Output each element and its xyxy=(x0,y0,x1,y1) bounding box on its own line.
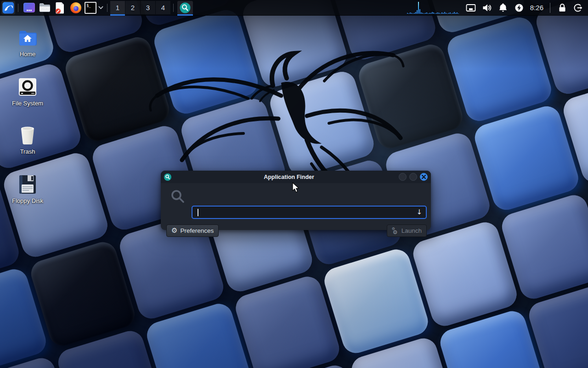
launch-icon: ⚙⚙ xyxy=(392,227,399,235)
workspace-3[interactable]: 3 xyxy=(141,1,155,14)
workspace-1[interactable]: 1 xyxy=(110,1,125,14)
top-panel: $_ 1 2 3 4 xyxy=(0,0,588,16)
cpu-bar xyxy=(441,12,442,14)
floppy-disk-icon xyxy=(18,173,37,196)
firefox-icon xyxy=(70,2,81,13)
kali-logo-icon xyxy=(2,2,14,14)
desktop-icon-label: File System xyxy=(12,100,43,107)
cpu-bar xyxy=(455,13,456,14)
cpu-bar xyxy=(411,13,412,14)
cpu-bar xyxy=(454,12,455,14)
panel-separator xyxy=(173,4,174,12)
cpu-bar xyxy=(410,12,411,14)
panel-separator xyxy=(18,4,18,12)
desktop-launcher[interactable] xyxy=(21,1,37,14)
log-out-icon xyxy=(573,3,583,12)
cpu-bar xyxy=(426,12,427,14)
desktop-icon-file-system[interactable]: File System xyxy=(5,76,51,107)
window-appfinder-icon xyxy=(164,173,171,181)
desktop-icon-floppy-disk[interactable]: Floppy Disk xyxy=(5,173,51,204)
close-icon xyxy=(422,175,426,179)
power-manager-tray-icon[interactable] xyxy=(511,1,527,14)
notifications-tray-icon[interactable] xyxy=(495,1,511,14)
application-finder-window: Application Finder ↓ xyxy=(161,171,431,230)
trash-bin-icon xyxy=(18,124,37,146)
dropdown-arrow-icon[interactable]: ↓ xyxy=(416,208,422,216)
lock-icon xyxy=(558,3,567,12)
kali-menu-button[interactable] xyxy=(1,1,15,14)
cpu-bar xyxy=(444,12,445,14)
battery-power-icon xyxy=(514,3,524,12)
terminal-icon: $_ xyxy=(85,2,96,14)
cpu-bar xyxy=(429,13,430,14)
workspace-2[interactable]: 2 xyxy=(125,1,140,14)
panel-separator xyxy=(107,4,107,12)
cpu-bar xyxy=(428,13,429,14)
mouse-cursor xyxy=(291,182,300,193)
cpu-bar xyxy=(452,13,453,14)
cpu-bar xyxy=(437,12,438,14)
desktop-icon xyxy=(23,3,35,12)
cpu-bar xyxy=(433,12,434,14)
cpu-bar xyxy=(421,12,422,14)
cpu-bar xyxy=(450,12,451,14)
cpu-bar xyxy=(413,13,413,14)
home-folder-icon xyxy=(18,27,37,49)
launch-label: Launch xyxy=(401,227,422,234)
workspace-number: 4 xyxy=(161,4,165,12)
cpu-bar xyxy=(419,9,420,14)
desktop-icon-home[interactable]: Home xyxy=(5,27,51,58)
hard-drive-icon xyxy=(18,76,37,98)
cpu-bar xyxy=(448,13,449,14)
search-input[interactable]: ↓ xyxy=(192,206,427,219)
cpu-bar xyxy=(439,13,440,14)
text-editor-launcher[interactable] xyxy=(52,1,68,14)
cpu-bar xyxy=(432,12,433,14)
volume-tray-icon[interactable] xyxy=(479,1,495,14)
maximize-button[interactable] xyxy=(409,173,417,181)
text-editor-icon xyxy=(55,2,66,14)
lock-screen-button[interactable] xyxy=(554,1,570,14)
workspace-4[interactable]: 4 xyxy=(156,1,170,14)
cpu-bar xyxy=(447,13,448,14)
titlebar[interactable]: Application Finder xyxy=(161,171,431,183)
kali-desktop: Home File System xyxy=(0,0,588,368)
cpu-graph[interactable] xyxy=(407,1,461,14)
terminal-launcher[interactable]: $_ xyxy=(84,1,97,14)
firefox-launcher[interactable] xyxy=(68,1,84,14)
chevron-down-icon xyxy=(98,6,103,10)
cpu-bar xyxy=(446,13,447,14)
logout-button[interactable] xyxy=(570,1,586,14)
appfinder-task-button[interactable] xyxy=(177,1,193,14)
close-button[interactable] xyxy=(420,173,428,181)
cpu-bar xyxy=(436,13,437,14)
minimize-button[interactable] xyxy=(399,173,407,181)
cpu-bar xyxy=(407,13,408,14)
launch-button[interactable]: ⚙⚙ Launch xyxy=(387,224,427,237)
cpu-bar xyxy=(417,10,418,14)
folder-icon xyxy=(39,3,51,12)
file-manager-launcher[interactable] xyxy=(37,1,52,14)
desktop-icon-trash[interactable]: Trash xyxy=(5,124,51,155)
cpu-bar xyxy=(425,13,426,14)
window-title: Application Finder xyxy=(188,174,390,180)
terminal-launcher-menu-arrow[interactable] xyxy=(97,1,104,14)
cpu-bar xyxy=(440,13,441,14)
clock[interactable]: 8:26 xyxy=(527,4,546,12)
bell-icon xyxy=(498,3,508,12)
panel-separator xyxy=(550,3,550,13)
text-caret xyxy=(198,209,198,216)
workspace-number: 1 xyxy=(116,4,119,12)
network-icon xyxy=(466,4,476,12)
cpu-bar xyxy=(451,13,452,14)
cpu-bar xyxy=(435,13,435,14)
preferences-button[interactable]: ⚙ Preferences xyxy=(166,224,219,237)
cpu-bar xyxy=(414,13,415,14)
active-workspace-underline xyxy=(110,14,125,16)
workspace-number: 2 xyxy=(131,4,135,12)
active-task-underline xyxy=(177,14,193,16)
search-input-field[interactable] xyxy=(192,207,426,218)
search-icon xyxy=(170,189,185,204)
workspace-switcher: 1 2 3 4 xyxy=(110,0,170,15)
network-tray-icon[interactable] xyxy=(463,1,479,14)
